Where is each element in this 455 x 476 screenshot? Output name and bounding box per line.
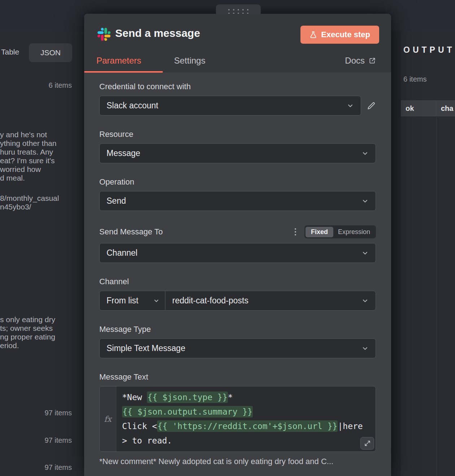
message-type-field: Message Type Simple Text Message [99, 325, 376, 358]
text-line: ng proper eating [0, 333, 55, 341]
send-to-select[interactable]: Channel [99, 243, 376, 263]
modal-header: Send a message Execute step Parameters S… [84, 14, 391, 72]
tab-settings[interactable]: Settings [174, 56, 205, 66]
resource-value: Message [107, 148, 140, 158]
input-cell-text: y and he's notything other thanhuru trea… [0, 130, 56, 182]
tab-parameters[interactable]: Parameters [96, 56, 141, 66]
text-line: 8/monthly_casual [0, 194, 59, 203]
text-line: ts; owner seeks [0, 324, 55, 333]
execute-step-label: Execute step [321, 30, 370, 39]
send-to-field: Send Message To Fixed Expression Channel [99, 225, 376, 263]
code-text: Click < [122, 421, 157, 431]
node-details-modal: Send a message Execute step Parameters S… [84, 14, 391, 476]
channel-value-select[interactable]: reddit-cat-food-posts [165, 291, 376, 310]
text-line: n45ybo3/ [0, 203, 59, 211]
chevron-down-icon [347, 102, 354, 109]
input-cell-link-text: 8/monthly_casualn45ybo3/ [0, 194, 59, 211]
output-items-count: 6 items [403, 75, 426, 83]
text-line: y and he's not [0, 130, 56, 139]
text-line: eat? I'm sure it's [0, 156, 56, 165]
credential-field: Credential to connect with Slack account [99, 82, 376, 116]
code-line: > to read. [122, 433, 370, 448]
resource-label: Resource [99, 130, 376, 139]
execute-step-button[interactable]: Execute step [300, 26, 379, 44]
text-line: s only eating dry [0, 315, 55, 324]
code-line: {{ $json.output.summary }} [122, 404, 370, 419]
n8n-workspace: Table JSON 6 items y and he's notything … [0, 0, 455, 476]
code-line: Click <{{ 'https://reddit.com'+$json.url… [122, 419, 370, 433]
output-panel: OUTPUT 6 items ok cha [401, 31, 455, 476]
toggle-fixed[interactable]: Fixed [306, 227, 333, 237]
send-to-label: Send Message To [99, 228, 163, 236]
message-type-value: Simple Text Message [107, 343, 185, 353]
message-text-editor: fx *New {{ $json.type }}*{{ $json.output… [99, 386, 376, 452]
text-line: worried how [0, 165, 56, 174]
expression-preview: *New comment* Newly adopted cat is only … [99, 457, 376, 466]
run-items-count: 97 items [0, 463, 72, 472]
chevron-down-icon [361, 345, 369, 352]
code-text: *New [122, 393, 147, 402]
chevron-down-icon [361, 297, 369, 304]
message-type-select[interactable]: Simple Text Message [99, 338, 376, 358]
flask-icon [309, 31, 317, 39]
column-divider [436, 117, 437, 476]
chevron-down-icon [361, 198, 369, 205]
run-items-count: 97 items [0, 409, 72, 417]
edit-credential-icon[interactable] [367, 101, 376, 111]
credential-select[interactable]: Slack account [99, 96, 361, 116]
input-items-count: 6 items [0, 81, 72, 90]
text-line: d meal. [0, 174, 56, 182]
operation-label: Operation [99, 178, 376, 186]
input-cell-text: s only eating dryts; owner seeksng prope… [0, 315, 55, 350]
credential-label: Credential to connect with [99, 82, 376, 91]
message-type-label: Message Type [99, 325, 376, 334]
operation-select[interactable]: Send [99, 191, 376, 211]
expression-token: {{ $json.type }} [147, 391, 228, 403]
channel-field: Channel From list reddit-cat-food-posts [99, 277, 376, 311]
slack-icon [98, 28, 110, 41]
code-text: * [228, 393, 233, 402]
parameter-options-icon[interactable] [293, 228, 298, 236]
docs-label: Docs [345, 56, 365, 66]
chevron-down-icon [361, 250, 369, 257]
text-line: ything other than [0, 139, 56, 148]
parameters-pane: Credential to connect with Slack account… [84, 72, 391, 466]
tab-json[interactable]: JSON [29, 43, 72, 62]
column-header-ok: ok [401, 101, 436, 116]
operation-value: Send [107, 196, 126, 206]
message-text-input[interactable]: *New {{ $json.type }}*{{ $json.output.su… [116, 386, 376, 451]
channel-value: reddit-cat-food-posts [172, 296, 248, 306]
message-text-field: Message Text fx *New {{ $json.type }}*{{… [99, 373, 376, 466]
resource-field: Resource Message [99, 130, 376, 163]
text-line: huru treats. Any [0, 148, 56, 156]
credential-value: Slack account [107, 101, 158, 111]
input-panel: Table JSON 6 items y and he's notything … [0, 31, 84, 476]
code-text: |here [338, 421, 363, 431]
external-link-icon [369, 57, 376, 64]
docs-link[interactable]: Docs [345, 56, 376, 66]
channel-mode-value: From list [107, 296, 138, 306]
operation-field: Operation Send [99, 178, 376, 211]
fx-icon: fx [104, 415, 112, 424]
send-to-value: Channel [107, 248, 138, 258]
channel-label: Channel [99, 277, 376, 286]
expand-editor-button[interactable] [360, 437, 374, 450]
panel-gap [391, 31, 401, 476]
chevron-down-icon [361, 150, 369, 157]
output-table-header: ok cha [401, 100, 455, 116]
channel-mode-select[interactable]: From list [100, 291, 165, 310]
column-header-channel: cha [436, 101, 453, 116]
text-line: eriod. [0, 341, 55, 350]
expression-token: {{ 'https://reddit.com'+$json.url }} [157, 420, 338, 432]
output-title: OUTPUT [403, 45, 455, 55]
toggle-expression[interactable]: Expression [333, 227, 375, 237]
tab-table[interactable]: Table [1, 48, 19, 56]
message-text-label: Message Text [99, 373, 376, 381]
expression-token: {{ $json.output.summary }} [122, 406, 253, 417]
fixed-expression-toggle: Fixed Expression [304, 225, 376, 238]
expression-gutter: fx [100, 386, 116, 451]
node-title: Send a message [115, 27, 200, 39]
code-text: > to read. [122, 436, 172, 445]
chevron-down-icon [153, 298, 160, 304]
resource-select[interactable]: Message [99, 143, 376, 163]
